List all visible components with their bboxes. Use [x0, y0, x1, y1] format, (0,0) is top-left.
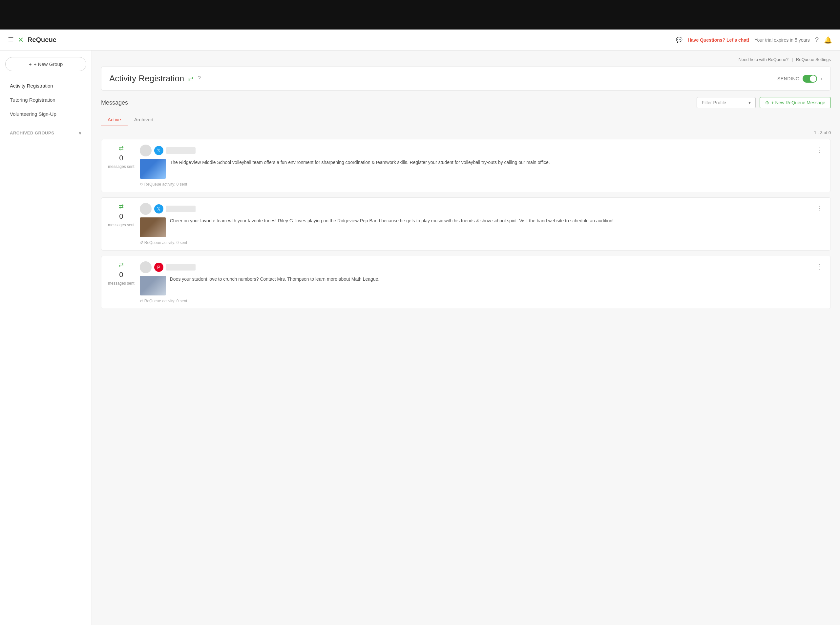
new-message-label: + New ReQueue Message: [771, 100, 825, 105]
sidebar-item-label: Volunteering Sign-Up: [10, 111, 56, 117]
activity-icon: ↺: [140, 182, 143, 187]
avatar: [140, 145, 151, 156]
message-count: 0: [119, 154, 123, 162]
message-sent-label: messages sent: [108, 223, 134, 227]
chat-icon: 💬: [676, 37, 683, 43]
sidebar-item-label: Activity Registration: [10, 83, 53, 89]
sidebar-item-volunteering-signup[interactable]: Volunteering Sign-Up: [5, 107, 86, 121]
logo-icon: ✕: [18, 36, 23, 44]
chevron-down-icon: ∨: [78, 131, 82, 135]
help-icon[interactable]: ?: [815, 36, 819, 44]
message-more-button[interactable]: ⋮: [815, 203, 824, 213]
social-handle-bar: [166, 147, 196, 154]
message-content: Does your student love to crunch numbers…: [140, 276, 809, 295]
avatar: [140, 203, 151, 215]
message-image: [140, 276, 166, 295]
plus-icon: +: [29, 61, 32, 67]
tab-archived-label: Archived: [134, 117, 153, 122]
message-body: 𝕏 The RidgeView Middle School volleyball…: [140, 145, 809, 187]
message-more-button[interactable]: ⋮: [815, 261, 824, 272]
shuffle-icon: ⇄: [119, 203, 124, 210]
new-requeue-message-button[interactable]: ⊕ + New ReQueue Message: [760, 97, 831, 108]
social-row: P: [140, 261, 809, 273]
messages-section: Messages Filter Profile ▾ ⊕ + New ReQueu…: [101, 97, 831, 309]
new-group-button[interactable]: + + New Group: [5, 57, 86, 71]
toggle-knob: [810, 75, 817, 82]
message-card: ⇄ 0 messages sent 𝕏 The RidgeView Middle: [101, 139, 831, 192]
tab-active[interactable]: Active: [101, 113, 128, 126]
pinterest-icon: P: [154, 263, 164, 272]
archived-groups-label: ARCHIVED GROUPS: [10, 131, 54, 135]
filter-dropdown-icon: ▾: [748, 100, 751, 105]
group-card-header: Activity Registration ⇄ ? SENDING ›: [109, 73, 823, 84]
message-sent-label: messages sent: [108, 281, 134, 286]
activity-text: ReQueue activity: 0 sent: [144, 182, 187, 187]
sidebar-nav: Activity Registration Tutoring Registrat…: [5, 79, 86, 139]
message-card: ⇄ 0 messages sent P Does your student lo…: [101, 256, 831, 309]
filter-profile-select[interactable]: Filter Profile ▾: [697, 97, 756, 108]
group-title-row: Activity Registration ⇄ ?: [109, 73, 201, 84]
new-group-label: + New Group: [33, 61, 63, 67]
twitter-icon: 𝕏: [154, 146, 164, 155]
activity-text: ReQueue activity: 0 sent: [144, 240, 187, 245]
activity-icon: ↺: [140, 299, 143, 303]
message-body: P Does your student love to crunch numbe…: [140, 261, 809, 303]
group-title: Activity Registration: [109, 73, 184, 84]
body-layout: + + New Group Activity Registration Tuto…: [0, 50, 840, 625]
message-image: [140, 218, 166, 237]
twitter-icon: 𝕏: [154, 204, 164, 213]
messages-header: Messages Filter Profile ▾ ⊕ + New ReQueu…: [101, 97, 831, 108]
app-title: ReQueue: [28, 36, 56, 44]
message-tabs: Active Archived: [101, 113, 831, 126]
message-content: The RidgeView Middle School volleyball t…: [140, 159, 809, 179]
message-left: ⇄ 0 messages sent: [108, 261, 134, 286]
shuffle-icon: ⇄: [119, 261, 124, 269]
message-image: [140, 159, 166, 179]
sending-label: SENDING: [777, 76, 799, 81]
group-help-icon[interactable]: ?: [198, 75, 201, 82]
activity-icon: ↺: [140, 240, 143, 245]
sidebar-item-activity-registration[interactable]: Activity Registration: [5, 79, 86, 92]
activity-text: ReQueue activity: 0 sent: [144, 299, 187, 303]
social-handle-bar: [166, 205, 196, 212]
message-content: Cheer on your favorite team with your fa…: [140, 218, 809, 237]
chat-link[interactable]: Have Questions? Let's chat!: [688, 37, 750, 43]
requeue-settings-link[interactable]: ReQueue Settings: [796, 57, 831, 62]
social-handle-bar: [166, 264, 196, 271]
tab-archived[interactable]: Archived: [128, 113, 160, 126]
sending-row: SENDING ›: [777, 75, 823, 82]
tab-active-label: Active: [108, 117, 121, 122]
hamburger-icon[interactable]: ☰: [8, 36, 14, 44]
message-body: 𝕏 Cheer on your favorite team with your …: [140, 203, 809, 245]
sidebar: + + New Group Activity Registration Tuto…: [0, 50, 92, 625]
bell-icon[interactable]: 🔔: [824, 36, 832, 44]
main-content: Need help with ReQueue? | ReQueue Settin…: [92, 50, 840, 625]
message-text: Cheer on your favorite team with your fa…: [170, 218, 809, 237]
header-left: ☰ ✕ ReQueue: [8, 36, 56, 44]
help-requeue-link[interactable]: Need help with ReQueue?: [739, 57, 789, 62]
messages-right: Filter Profile ▾ ⊕ + New ReQueue Message: [697, 97, 831, 108]
message-text: The RidgeView Middle School volleyball t…: [170, 159, 809, 179]
trial-text: Your trial expires in 5 years: [755, 37, 810, 43]
message-text: Does your student love to crunch numbers…: [170, 276, 809, 295]
message-card: ⇄ 0 messages sent 𝕏 Cheer on your favori…: [101, 197, 831, 250]
message-count: 0: [119, 212, 123, 221]
sending-toggle[interactable]: [803, 75, 817, 82]
group-chevron-icon[interactable]: ›: [820, 75, 823, 82]
top-bar: [0, 0, 840, 30]
shuffle-icon: ⇄: [188, 75, 193, 82]
link-separator: |: [792, 57, 793, 62]
message-more-button[interactable]: ⋮: [815, 145, 824, 155]
pagination: 1 - 3 of 0: [101, 130, 831, 135]
group-card: Activity Registration ⇄ ? SENDING ›: [101, 67, 831, 90]
messages-title: Messages: [101, 100, 128, 106]
requeue-activity: ↺ ReQueue activity: 0 sent: [140, 299, 809, 303]
social-row: 𝕏: [140, 203, 809, 215]
message-left: ⇄ 0 messages sent: [108, 145, 134, 169]
archived-groups-header[interactable]: ARCHIVED GROUPS ∨: [5, 127, 86, 139]
requeue-activity: ↺ ReQueue activity: 0 sent: [140, 182, 809, 187]
requeue-activity: ↺ ReQueue activity: 0 sent: [140, 240, 809, 245]
filter-placeholder: Filter Profile: [701, 100, 726, 105]
sidebar-item-tutoring-registration[interactable]: Tutoring Registration: [5, 93, 86, 107]
sidebar-item-label: Tutoring Registration: [10, 97, 55, 103]
